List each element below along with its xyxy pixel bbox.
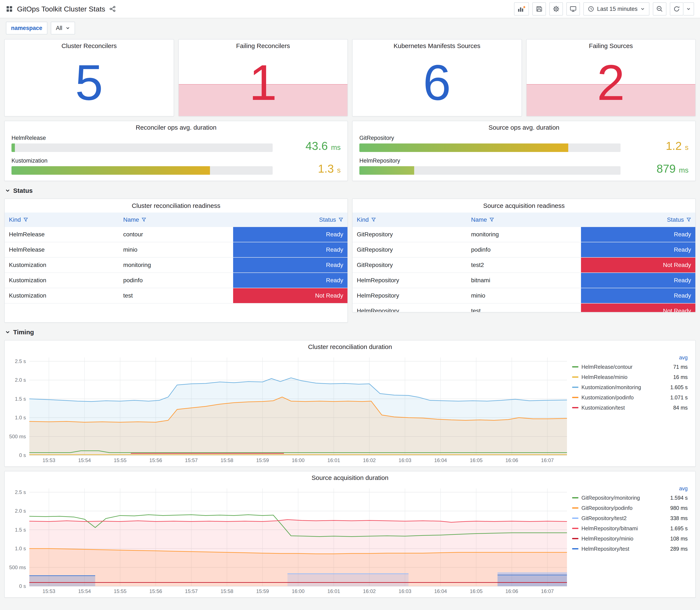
- series-color-dash: [572, 497, 579, 498]
- panel-cluster-reconciliation-duration: Cluster reconciliation duration 0 s500 m…: [4, 340, 696, 467]
- column-header-status[interactable]: Status: [233, 212, 347, 227]
- svg-text:0 s: 0 s: [19, 583, 26, 589]
- gauge-bar: [359, 166, 414, 175]
- table-row: GitRepositorymonitoringReady: [353, 227, 695, 242]
- svg-text:15:53: 15:53: [43, 458, 55, 463]
- legend-avg-header[interactable]: avg: [572, 353, 688, 362]
- legend-series-name[interactable]: Kustomization/podinfo: [582, 395, 667, 401]
- column-header-status[interactable]: Status: [581, 212, 695, 227]
- refresh-interval-dropdown[interactable]: [683, 2, 694, 16]
- gauge-label: HelmRepository: [359, 158, 620, 164]
- svg-text:16:03: 16:03: [399, 458, 411, 463]
- cell-status: Ready: [233, 227, 347, 242]
- legend-item: GitRepository/test2338 ms: [572, 513, 688, 523]
- stat-value: 6: [353, 49, 521, 116]
- svg-text:16:00: 16:00: [292, 458, 305, 463]
- cell-name: contour: [119, 227, 233, 242]
- gauge-bar: [359, 143, 568, 152]
- cell-status: Ready: [581, 273, 695, 288]
- legend-series-name[interactable]: HelmRepository/bitnami: [582, 525, 667, 532]
- legend-series-name[interactable]: HelmRelease/minio: [582, 374, 670, 380]
- panel-title[interactable]: Source acquisition readiness: [353, 199, 695, 212]
- panel-title[interactable]: Source acquisition duration: [5, 471, 695, 484]
- refresh-button[interactable]: [670, 2, 683, 16]
- column-header-name[interactable]: Name: [467, 212, 581, 227]
- time-series-plot[interactable]: 0 s500 ms1.0 s1.5 s2.0 s2.5 s15:5315:541…: [6, 484, 570, 596]
- zoom-out-button[interactable]: [653, 2, 666, 16]
- variable-namespace-label[interactable]: namespace: [6, 22, 47, 34]
- section-status[interactable]: Status: [4, 185, 696, 194]
- table-row: KustomizationmonitoringReady: [5, 257, 347, 273]
- column-header-name[interactable]: Name: [119, 212, 233, 227]
- panel-title[interactable]: Cluster reconciliation duration: [5, 340, 695, 353]
- legend-series-name[interactable]: HelmRepository/minio: [582, 535, 667, 542]
- template-variables-row: namespace All: [0, 18, 700, 38]
- gauge-row: GitRepository1.2 s: [359, 135, 688, 152]
- settings-gear-button[interactable]: [549, 2, 563, 16]
- dashboard-page: GitOps Toolkit Cluster Stats Last 15 min…: [0, 0, 700, 610]
- time-range-picker[interactable]: Last 15 minutes: [583, 2, 649, 16]
- save-dashboard-button[interactable]: [532, 2, 546, 16]
- panel-title[interactable]: Cluster reconciliation readiness: [5, 199, 347, 212]
- series-color-dash: [572, 538, 579, 539]
- legend-series-name[interactable]: HelmRepository/test: [582, 546, 667, 552]
- svg-text:16:05: 16:05: [470, 458, 483, 463]
- panel-manifest-sources: Kubernetes Manifests Sources 6: [352, 39, 522, 116]
- cell-status: Ready: [581, 227, 695, 242]
- gauge-row: HelmRepository879 ms: [359, 158, 688, 175]
- table-row: HelmRepositorybitnamiReady: [353, 273, 695, 288]
- svg-text:15:57: 15:57: [185, 588, 198, 594]
- legend-item: HelmRepository/test289 ms: [572, 544, 688, 554]
- legend-avg-value: 1.605 s: [670, 384, 688, 390]
- legend-series-name[interactable]: GitRepository/monitoring: [582, 495, 667, 501]
- svg-text:15:59: 15:59: [256, 458, 269, 463]
- svg-text:1.5 s: 1.5 s: [15, 527, 26, 533]
- time-series-chart[interactable]: 0 s500 ms1.0 s1.5 s2.0 s2.5 s15:5315:541…: [6, 484, 570, 596]
- series-color-dash: [572, 517, 579, 519]
- panel-cluster-reconciliation-readiness: Cluster reconciliation readiness KindNam…: [4, 198, 348, 323]
- legend-series-name[interactable]: GitRepository/test2: [582, 515, 667, 521]
- legend-avg-header[interactable]: avg: [572, 484, 688, 493]
- legend-series-name[interactable]: HelmRelease/contour: [582, 364, 670, 370]
- table-row: HelmReleaseminioReady: [5, 242, 347, 257]
- time-series-chart[interactable]: 0 s500 ms1.0 s1.5 s2.0 s2.5 s15:5315:541…: [6, 353, 570, 465]
- svg-text:15:56: 15:56: [149, 458, 162, 463]
- legend-avg-value: 71 ms: [673, 364, 688, 370]
- cell-status: Not Ready: [581, 303, 695, 312]
- legend-avg-value: 1.695 s: [670, 525, 688, 532]
- dashboard-content: Cluster Reconcilers 5 Failing Reconciler…: [0, 38, 700, 603]
- column-header-kind[interactable]: Kind: [353, 212, 467, 227]
- status-badge: Ready: [581, 273, 695, 288]
- add-panel-button[interactable]: [514, 2, 529, 16]
- column-header-kind[interactable]: Kind: [5, 212, 119, 227]
- legend-series-name[interactable]: Kustomization/test: [582, 405, 670, 411]
- gauge-label: GitRepository: [359, 135, 620, 141]
- panel-title[interactable]: Reconciler ops avg. duration: [5, 121, 347, 134]
- section-timing[interactable]: Timing: [4, 327, 696, 336]
- share-icon[interactable]: [110, 6, 116, 12]
- cell-name: test: [467, 303, 581, 312]
- gauge-track: [359, 143, 620, 152]
- toolbar-right: Last 15 minutes: [514, 2, 694, 16]
- stat-value: 1: [179, 49, 348, 116]
- chart-legend: avgHelmRelease/contour71 msHelmRelease/m…: [570, 353, 693, 465]
- tv-mode-button[interactable]: [566, 2, 580, 16]
- series-color-dash: [572, 528, 579, 529]
- time-series-plot[interactable]: 0 s500 ms1.0 s1.5 s2.0 s2.5 s15:5315:541…: [6, 353, 570, 465]
- cell-status: Ready: [581, 242, 695, 257]
- legend-series-name[interactable]: GitRepository/podinfo: [582, 505, 667, 511]
- variable-namespace-select[interactable]: All: [51, 22, 75, 34]
- svg-text:2.5 s: 2.5 s: [15, 489, 26, 495]
- table-row: GitRepositorypodinfoReady: [353, 242, 695, 257]
- cell-name: podinfo: [467, 242, 581, 257]
- svg-text:2.5 s: 2.5 s: [15, 358, 26, 364]
- gauge-label: Kustomization: [12, 158, 273, 164]
- panel-title[interactable]: Source ops avg. duration: [353, 121, 695, 134]
- status-badge: Ready: [233, 258, 347, 272]
- cell-kind: HelmRelease: [5, 242, 119, 257]
- bar-gauge-body: HelmRelease43.6 msKustomization1.3 s: [5, 134, 347, 180]
- dashboard-grid-icon[interactable]: [6, 5, 13, 12]
- series-color-dash: [572, 366, 579, 368]
- legend-series-name[interactable]: Kustomization/monitoring: [582, 384, 667, 390]
- filter-icon: [142, 218, 146, 222]
